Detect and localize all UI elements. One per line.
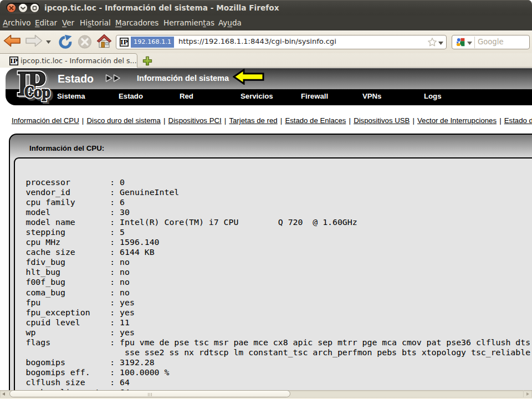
back-forward-dropdown[interactable] bbox=[45, 40, 52, 44]
ipcop-favicon-icon: IP bbox=[9, 57, 18, 65]
window-titlebar: ipcop.tic.loc - Información del sistema … bbox=[0, 0, 532, 16]
svg-text:Cop: Cop bbox=[24, 83, 50, 101]
scrollbar-thumb[interactable] bbox=[9, 390, 290, 397]
ipcop-menu-firewall[interactable]: Firewall bbox=[301, 92, 328, 100]
horizontal-scrollbar[interactable] bbox=[0, 390, 532, 397]
search-input[interactable]: Google bbox=[478, 38, 504, 46]
home-button[interactable] bbox=[96, 34, 112, 49]
ipcop-menu-vpns[interactable]: VPNs bbox=[362, 92, 381, 100]
cpu-info-box: Información del CPU: processor : 0 vendo… bbox=[9, 134, 532, 390]
forward-icon bbox=[24, 34, 43, 49]
menu-ayuda[interactable]: Ayuda bbox=[218, 18, 242, 27]
forward-button[interactable] bbox=[24, 34, 43, 49]
reload-icon bbox=[58, 34, 74, 50]
link-dispositivos-pci[interactable]: Dispositivos PCI bbox=[168, 116, 222, 125]
window-buttons-group bbox=[6, 3, 40, 13]
back-icon bbox=[3, 34, 22, 49]
cpu-info-inner-panel: processor : 0 vendor_id : GenuineIntel c… bbox=[14, 157, 532, 390]
url-selected-text: 192.168.1.1 bbox=[131, 37, 174, 48]
ipcop-menu-estado[interactable]: Estado bbox=[119, 92, 143, 100]
reload-button[interactable] bbox=[58, 34, 74, 50]
back-button[interactable] bbox=[3, 34, 22, 49]
link-estado-del-sistema[interactable]: Estado del sistema bbox=[504, 116, 532, 125]
menu-archivo[interactable]: Archivo bbox=[3, 18, 30, 27]
svg-text:IP: IP bbox=[10, 58, 17, 65]
page-favicon: IP bbox=[120, 38, 129, 47]
bookmark-star-icon[interactable] bbox=[427, 37, 437, 47]
yellow-back-arrow-icon[interactable] bbox=[233, 69, 265, 85]
maximize-icon bbox=[30, 4, 39, 12]
ipcop-logo: IP Cop IP IP Cop Cop bbox=[13, 69, 69, 105]
ipcop-favicon-icon: IP bbox=[120, 38, 129, 47]
cpu-info-box-title: Información del CPU: bbox=[29, 144, 104, 152]
menu-marcadores[interactable]: Marcadores bbox=[115, 18, 158, 27]
menu-historial[interactable]: Historial bbox=[80, 18, 111, 27]
link-tarjetas-de-red[interactable]: Tarjetas de red bbox=[229, 116, 277, 125]
scrollbar-grip-icon bbox=[148, 393, 152, 396]
scroll-right-button[interactable] bbox=[523, 390, 532, 397]
double-chevron-icon bbox=[105, 74, 121, 82]
menu-ver[interactable]: Ver bbox=[62, 18, 74, 27]
minimize-icon bbox=[19, 4, 27, 12]
section-links: Información del CPU | Disco duro del sis… bbox=[12, 116, 532, 125]
ipcop-header: Estado Información del sistema Sistema E… bbox=[6, 68, 532, 105]
link-dispositivos-usb[interactable]: Dispositivos USB bbox=[354, 116, 410, 125]
scroll-left-icon bbox=[2, 392, 5, 396]
plus-icon bbox=[142, 56, 152, 66]
stop-icon bbox=[76, 34, 93, 50]
scroll-right-icon bbox=[526, 392, 529, 396]
navigation-toolbar: IP 192.168.1.1 https://192.168.1.1:8443/… bbox=[0, 30, 532, 54]
menubar: Archivo Editar Ver Historial Marcadores … bbox=[0, 16, 532, 30]
link-vector-de-interrupciones[interactable]: Vector de Interrupciones bbox=[417, 116, 497, 125]
ipcop-page-title: Información del sistema bbox=[137, 74, 229, 83]
tab-title: ipcop.tic.loc - Información del s... bbox=[21, 57, 136, 65]
url-bar[interactable]: IP 192.168.1.1 https://192.168.1.1:8443/… bbox=[116, 35, 447, 49]
search-box[interactable]: Google bbox=[452, 35, 530, 49]
svg-text:IP: IP bbox=[120, 39, 127, 46]
window-title: ipcop.tic.loc - Información del sistema … bbox=[44, 3, 279, 12]
url-dropdown-icon bbox=[438, 41, 444, 45]
stop-button[interactable] bbox=[76, 34, 93, 50]
link-estado-de-enlaces[interactable]: Estado de Enlaces bbox=[285, 116, 346, 125]
cpuinfo-text: processor : 0 vendor_id : GenuineIntel c… bbox=[15, 158, 532, 390]
tab-favicon: IP bbox=[9, 57, 18, 65]
tab-active[interactable]: IP ipcop.tic.loc - Información del s... bbox=[0, 53, 137, 68]
close-icon bbox=[7, 4, 16, 12]
ipcop-menu-servicios[interactable]: Servicios bbox=[241, 92, 273, 100]
url-text: https://192.168.1.1:8443/cgi-bin/sysinfo… bbox=[178, 37, 336, 45]
google-logo-icon bbox=[456, 38, 465, 47]
link-disco-duro[interactable]: Disco duro del sistema bbox=[86, 116, 160, 125]
new-tab-button[interactable] bbox=[142, 56, 152, 66]
ipcop-menu-logs[interactable]: Logs bbox=[424, 92, 442, 100]
window-minimize-button[interactable] bbox=[19, 4, 27, 12]
scroll-left-button[interactable] bbox=[0, 390, 8, 397]
browser-content: Estado Información del sistema Sistema E… bbox=[0, 68, 532, 390]
url-dropdown-button[interactable] bbox=[438, 41, 444, 45]
search-engine-dropdown[interactable] bbox=[467, 41, 473, 45]
menu-editar[interactable]: Editar bbox=[35, 18, 57, 27]
link-informacion-del-cpu[interactable]: Información del CPU bbox=[12, 116, 79, 125]
menu-herramientas[interactable]: Herramientas bbox=[163, 18, 214, 27]
search-dropdown-icon bbox=[467, 41, 473, 45]
home-icon bbox=[96, 34, 112, 49]
dropdown-triangle-icon bbox=[45, 40, 52, 44]
window-close-button[interactable] bbox=[7, 4, 16, 12]
ipcop-menu-red[interactable]: Red bbox=[180, 92, 193, 100]
window-maximize-button[interactable] bbox=[30, 4, 39, 12]
search-separator bbox=[474, 37, 475, 48]
tab-bar: IP ipcop.tic.loc - Información del s... bbox=[0, 53, 532, 68]
firefox-window: ipcop.tic.loc - Información del sistema … bbox=[0, 0, 532, 399]
